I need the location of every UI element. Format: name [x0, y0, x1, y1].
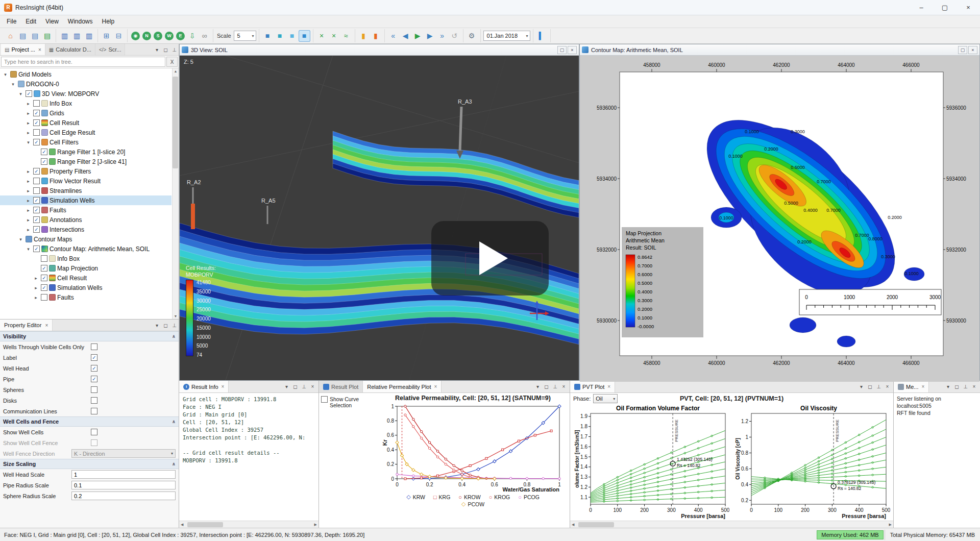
tree-item-cell-filters[interactable]: ▾✓Cell Filters — [0, 137, 172, 147]
restore-icon[interactable]: ▢ — [958, 46, 967, 54]
menu-icon[interactable]: ▾ — [857, 381, 866, 392]
checkbox[interactable]: ✓ — [33, 139, 40, 145]
tab-close-icon[interactable]: × — [38, 47, 41, 53]
tree-search-input[interactable] — [1, 57, 165, 67]
plot-window-toggle-icon[interactable]: ▍ — [536, 30, 548, 42]
search-clear-button[interactable]: X — [166, 57, 178, 67]
view-west-icon[interactable]: W — [165, 32, 174, 40]
collapse-icon[interactable]: ∧ — [172, 461, 176, 466]
menu-icon[interactable]: ▾ — [533, 381, 542, 392]
wells-through-visible-cells-only-checkbox[interactable] — [91, 343, 97, 350]
show-grid-surface-icon[interactable]: ■ — [286, 30, 298, 42]
checkbox[interactable] — [41, 255, 47, 262]
chevron-right-icon[interactable]: ▸ — [25, 130, 32, 135]
well-head-checkbox[interactable]: ✓ — [91, 365, 97, 372]
view-south-icon[interactable]: S — [154, 32, 162, 40]
pin-icon[interactable]: ⊥ — [551, 381, 559, 392]
tree-item-info-box[interactable]: Info Box — [0, 254, 172, 263]
chevron-right-icon[interactable]: ▸ — [33, 295, 39, 300]
tab-close-icon[interactable]: × — [607, 384, 610, 389]
import-summary-case-icon[interactable]: ▤ — [29, 30, 41, 42]
show-well-cells-checkbox[interactable] — [91, 429, 97, 435]
new-grid-plot-icon[interactable]: ▥ — [71, 30, 83, 42]
video-play-overlay[interactable] — [431, 221, 549, 296]
checkbox[interactable]: ✓ — [33, 245, 40, 252]
result-info-scrollbar[interactable]: ◀ ▶ — [179, 521, 318, 528]
pipe-radius-scale-input[interactable] — [71, 481, 176, 489]
open-project-icon[interactable]: ⌂ — [5, 30, 16, 42]
checkbox[interactable]: ✓ — [33, 226, 40, 233]
close-icon[interactable]: × — [308, 381, 317, 392]
menu-windows[interactable]: Windows — [63, 16, 97, 27]
tree-item-simulation-wells[interactable]: ▸✓Simulation Wells — [0, 195, 172, 205]
tree-item-grids[interactable]: ▸✓Grids — [0, 108, 172, 118]
timestep-select[interactable]: 01.Jan 2018▾ — [483, 31, 530, 41]
legend-item-pcow[interactable]: ◇PCOW — [461, 501, 484, 507]
scale-select[interactable]: 5▾ — [234, 31, 256, 41]
animation-step-forward-icon[interactable]: ▶ — [424, 30, 436, 42]
menu-icon[interactable]: ▾ — [944, 381, 952, 392]
tree-item-contour-maps[interactable]: ▾Contour Maps — [0, 234, 172, 244]
checkbox[interactable]: ✓ — [26, 90, 32, 97]
tab-close-icon[interactable]: × — [434, 384, 437, 389]
menu-edit[interactable]: Edit — [21, 16, 41, 27]
scrollbar-thumb[interactable] — [173, 77, 178, 168]
show-curve-selection-checkbox[interactable] — [321, 396, 328, 403]
tab-property-editor[interactable]: Property Editor × — [0, 319, 53, 331]
menu-icon[interactable]: ▾ — [153, 319, 161, 331]
tree-item-annotations[interactable]: ▸✓Annotations — [0, 215, 172, 225]
link-views-icon[interactable]: ∞ — [199, 30, 210, 42]
tab-scr[interactable]: </>Scr... — [95, 44, 126, 55]
section-visibility[interactable]: Visibility∧ — [0, 331, 179, 341]
animation-last-icon[interactable]: » — [436, 30, 448, 42]
tree-item-drogon-0[interactable]: ▾DROGON-0 — [0, 79, 172, 89]
scroll-right-icon[interactable]: ▶ — [889, 523, 892, 527]
checkbox[interactable] — [33, 100, 40, 107]
checkbox[interactable]: ✓ — [41, 275, 47, 281]
tree-item-grid-models[interactable]: ▾Grid Models — [0, 69, 172, 79]
pin-icon[interactable]: ⊥ — [170, 44, 179, 55]
measure-distance-icon[interactable]: ▮ — [358, 30, 370, 42]
chevron-right-icon[interactable]: ▸ — [25, 227, 32, 232]
import-eclipse-case-icon[interactable]: ▤ — [17, 30, 29, 42]
checkbox[interactable] — [33, 178, 40, 184]
tree-item-faults[interactable]: ▸✓Faults — [0, 205, 172, 215]
checkbox[interactable]: ✓ — [41, 265, 47, 272]
collapse-icon[interactable]: ∧ — [172, 419, 176, 424]
tree-item-range-filter-1-i-slice-20[interactable]: ✓Range Filter 1 [I-slice 20] — [0, 147, 172, 157]
scroll-right-icon[interactable]: ▶ — [314, 523, 317, 527]
view3d-viewport[interactable]: R_A3R_A2R_A5 Z: 5 Cell Results: MOBPORV — [180, 56, 579, 380]
pin-icon[interactable]: ⊥ — [300, 381, 308, 392]
scroll-left-icon[interactable]: ◀ — [572, 523, 574, 527]
restore-icon[interactable]: ▢ — [557, 46, 567, 54]
chevron-down-icon[interactable]: ▾ — [25, 140, 32, 145]
close-icon[interactable]: × — [568, 46, 577, 54]
pin-icon[interactable]: ⊥ — [874, 381, 883, 392]
well-head-scale-input[interactable] — [71, 470, 176, 479]
float-icon[interactable]: ◻ — [952, 381, 961, 392]
draw-style-wireframe-icon[interactable]: × — [316, 30, 328, 42]
tree-item-contour-map-arithmetic-mean-soil[interactable]: ▾✓Contour Map: Arithmetic Mean, SOIL — [0, 244, 172, 254]
chevron-right-icon[interactable]: ▸ — [25, 217, 32, 223]
close-icon[interactable]: × — [957, 0, 980, 15]
tile-windows-icon[interactable]: ⊞ — [101, 30, 112, 42]
menu-view[interactable]: View — [41, 16, 63, 27]
tab-result-info[interactable]: i Result Info × — [179, 381, 229, 392]
chevron-right-icon[interactable]: ▸ — [33, 276, 39, 281]
tree-scrollbar[interactable]: ▲ ▼ — [172, 68, 179, 319]
scrollbar-thumb[interactable] — [187, 522, 223, 527]
checkbox[interactable]: ✓ — [41, 149, 47, 155]
checkbox[interactable] — [41, 294, 47, 301]
zoom-all-icon[interactable]: ◉ — [131, 32, 140, 40]
animation-first-icon[interactable]: « — [387, 30, 399, 42]
menu-help[interactable]: Help — [97, 16, 119, 27]
tab-result-plot[interactable]: Result Plot — [319, 381, 363, 392]
show-grid-box-icon[interactable]: ■ — [262, 30, 274, 42]
tree-item-faults[interactable]: ▸Faults — [0, 292, 172, 302]
tree-item-cell-result[interactable]: ▸✓Cell Result — [0, 118, 172, 128]
tree-item-range-filter-2-j-slice-41[interactable]: ✓Range Filter 2 [J-slice 41] — [0, 157, 172, 166]
chevron-down-icon[interactable]: ▾ — [17, 237, 24, 242]
tree-item-property-filters[interactable]: ▸✓Property Filters — [0, 166, 172, 176]
view-down-icon[interactable]: ⇩ — [186, 30, 198, 42]
tab-pvt-plot[interactable]: PVT Plot × — [570, 381, 615, 392]
